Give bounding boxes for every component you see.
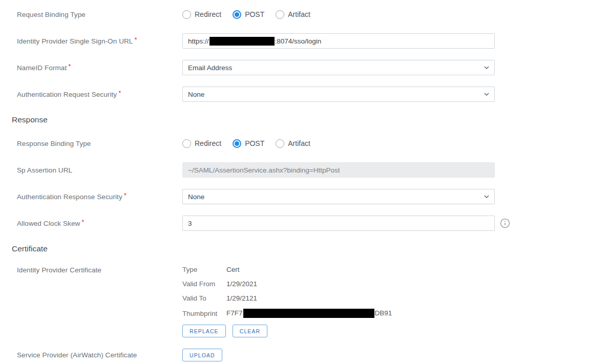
sp-assertion-url-input: ~/SAML/AssertionService.ashx?binding=Htt… [182,162,495,178]
radio-unselected-icon [276,139,284,148]
label-text: Allowed Clock Skew [17,220,80,227]
radio-label: POST [245,139,264,147]
certificate-section-header: Certificate [12,244,609,253]
required-marker: * [118,89,121,97]
cert-valid-from-label: Valid From [182,280,226,288]
request-binding-type-radio-group: Redirect POST Artifact [182,7,495,22]
clear-button[interactable]: CLEAR [233,325,268,337]
field-row-sp-certificate: Service Provider (AirWatch) Certificate … [12,349,609,361]
allowed-clock-skew-label: Allowed Clock Skew* [12,220,182,227]
label-text: NameID Format [17,64,67,72]
nameid-format-select[interactable]: Email Address [182,60,495,75]
select-value: None [188,193,204,201]
label-text: Service Provider (AirWatch) Certificate [17,351,137,359]
cert-type-value: Cert [226,266,240,273]
cert-thumbprint-row: Thumbprint F7F7DB91 [182,309,495,318]
chevron-down-icon [484,93,489,96]
info-icon[interactable] [500,218,510,228]
response-section-header: Response [12,115,609,124]
label-text: Sp Assertion URL [17,166,72,174]
select-value: None [188,91,204,98]
radio-selected-icon [233,10,241,19]
radio-redirect[interactable]: Redirect [182,10,221,19]
label-text: Request Binding Type [17,11,86,18]
label-text: Identity Provider Certificate [17,266,101,274]
radio-label: Redirect [195,139,221,147]
radio-label: Redirect [195,10,221,18]
field-row-auth-request-security: Authentication Request Security* None [12,87,609,102]
chevron-down-icon [484,66,489,69]
radio-unselected-icon [182,139,191,148]
redacted-text [209,37,275,46]
chevron-down-icon [484,195,489,198]
idp-certificate-details: Type Cert Valid From 1/29/2021 Valid To … [182,265,495,337]
sso-url-label: Identity Provider Single Sign-On URL* [12,37,182,45]
field-row-sso-url: Identity Provider Single Sign-On URL* ht… [12,33,609,49]
radio-unselected-icon [182,10,191,19]
radio-post[interactable]: POST [233,10,264,19]
response-binding-type-radio-group: Redirect POST Artifact [182,136,495,151]
auth-response-security-label: Authentication Response Security* [12,193,182,201]
radio-unselected-icon [276,10,284,19]
cert-type-label: Type [182,266,226,273]
sso-url-input[interactable]: https://:8074/sso/login [182,33,495,49]
response-binding-type-label: Response Binding Type [12,140,182,147]
field-row-response-binding-type: Response Binding Type Redirect POST Arti… [12,136,609,151]
replace-button[interactable]: REPLACE [182,325,226,337]
cert-valid-from-row: Valid From 1/29/2021 [182,280,495,288]
cert-valid-from-value: 1/29/2021 [226,280,257,288]
label-text: Identity Provider Single Sign-On URL [17,37,133,45]
saml-settings-form: Request Binding Type Redirect POST Artif… [0,0,609,361]
radio-artifact[interactable]: Artifact [276,10,310,19]
radio-selected-icon [233,139,241,148]
thumbprint-prefix: F7F7 [226,309,243,317]
redacted-text [243,309,374,318]
required-marker: * [81,218,84,226]
cert-valid-to-label: Valid To [182,294,226,302]
select-value: Email Address [188,64,232,72]
sso-url-suffix: :8074/sso/login [275,37,322,45]
sso-url-prefix: https:// [188,37,209,45]
label-text: Authentication Response Security [17,193,122,201]
radio-label: Artifact [288,10,310,18]
auth-response-security-select[interactable]: None [182,189,495,204]
idp-certificate-label: Identity Provider Certificate [12,265,182,274]
field-row-auth-response-security: Authentication Response Security* None [12,189,609,204]
label-text: Response Binding Type [17,140,91,147]
auth-request-security-label: Authentication Request Security* [12,91,182,98]
auth-request-security-select[interactable]: None [182,87,495,102]
upload-button[interactable]: UPLOAD [182,349,222,361]
radio-redirect[interactable]: Redirect [182,139,221,148]
sp-assertion-url-label: Sp Assertion URL [12,166,182,174]
required-marker: * [68,62,71,70]
required-marker: * [134,36,137,44]
cert-type-row: Type Cert [182,266,495,273]
sp-certificate-label: Service Provider (AirWatch) Certificate [12,351,182,359]
sp-assertion-url-value: ~/SAML/AssertionService.ashx?binding=Htt… [188,166,340,174]
field-row-request-binding-type: Request Binding Type Redirect POST Artif… [12,7,609,22]
field-row-idp-certificate: Identity Provider Certificate Type Cert … [12,265,609,337]
request-binding-type-label: Request Binding Type [12,11,182,18]
field-row-sp-assertion-url: Sp Assertion URL ~/SAML/AssertionService… [12,162,609,178]
radio-post[interactable]: POST [233,139,264,148]
field-row-nameid-format: NameID Format* Email Address [12,60,609,75]
thumbprint-suffix: DB91 [375,309,392,317]
allowed-clock-skew-input[interactable] [182,216,495,231]
cert-thumbprint-label: Thumbprint [182,310,226,317]
radio-label: POST [245,10,264,18]
radio-artifact[interactable]: Artifact [276,139,310,148]
field-row-allowed-clock-skew: Allowed Clock Skew* [12,216,609,231]
required-marker: * [124,191,127,199]
idp-certificate-buttons: REPLACE CLEAR [182,325,495,337]
cert-valid-to-row: Valid To 1/29/2121 [182,294,495,302]
label-text: Authentication Request Security [17,91,117,98]
radio-label: Artifact [288,139,310,147]
cert-thumbprint-value: F7F7DB91 [226,309,392,318]
nameid-format-label: NameID Format* [12,64,182,72]
cert-valid-to-value: 1/29/2121 [226,294,257,302]
